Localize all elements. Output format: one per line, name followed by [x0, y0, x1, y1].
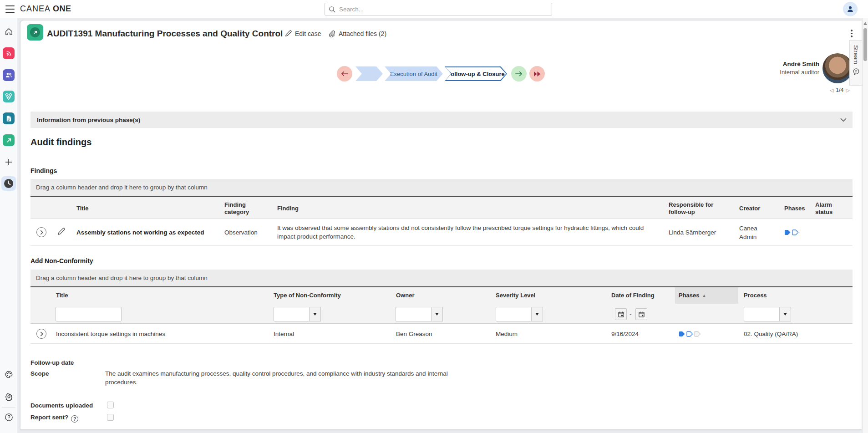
plus-icon — [5, 158, 13, 166]
sidebar-item-home[interactable] — [3, 25, 15, 37]
brand-primary: CANEA — [20, 4, 51, 13]
next-phase-button[interactable] — [511, 66, 527, 82]
phase-chevron-earlier[interactable] — [355, 66, 383, 81]
search-input[interactable] — [339, 6, 548, 13]
severity-filter-dropdown-button[interactable] — [531, 307, 543, 321]
column-header-title[interactable]: Title — [56, 287, 68, 304]
phase-chevron-execution[interactable]: Execution of Audit — [385, 66, 443, 81]
nonconformity-table-row[interactable]: Inconsistent torque settings in machines… — [30, 324, 853, 344]
sidebar-item-feed[interactable] — [3, 47, 15, 59]
column-header-finding-category[interactable]: Finding category — [224, 197, 261, 220]
process-filter-dropdown-button[interactable] — [779, 307, 791, 321]
attached-files-button[interactable]: Attached files (2) — [328, 30, 386, 37]
case-title: AUDIT1391 Manufacturing Processes and Qu… — [47, 29, 283, 39]
nonconformity-grid-label: Add Non-Conformity — [30, 257, 93, 265]
sidebar-item-audit[interactable] — [3, 134, 15, 146]
scope-label: Scope — [30, 370, 49, 377]
finding-category-cell: Observation — [224, 219, 258, 246]
people-icon — [5, 71, 12, 79]
search-icon — [329, 6, 335, 13]
phase-current-icon — [686, 331, 693, 337]
palette-icon — [5, 370, 13, 379]
process-filter-dropdown — [744, 307, 791, 321]
previous-phase-info-expander[interactable]: Information from previous phase(s) — [30, 112, 853, 128]
column-header-phases[interactable]: Phases — [784, 197, 805, 220]
column-header-finding[interactable]: Finding — [277, 197, 299, 220]
column-header-severity[interactable]: Severity Level — [496, 287, 535, 304]
user-menu-button[interactable] — [843, 2, 858, 16]
column-header-phases-sorted[interactable]: Phases ▲ — [679, 287, 706, 304]
type-filter-dropdown — [274, 307, 321, 321]
nc-owner-cell: Ben Greason — [396, 324, 432, 344]
feed-icon — [5, 50, 12, 57]
severity-filter-value[interactable] — [496, 307, 531, 321]
skip-to-end-button[interactable] — [529, 66, 545, 82]
documents-uploaded-label: Documents uploaded — [30, 402, 93, 409]
brand-secondary: ONE — [53, 4, 71, 13]
column-header-alarm-status[interactable]: Alarm status — [815, 197, 840, 220]
column-header-title[interactable]: Title — [76, 197, 89, 220]
column-header-responsible[interactable]: Responsible for follow-up — [669, 197, 726, 220]
sort-asc-icon: ▲ — [702, 292, 706, 299]
dropdown-arrow-icon — [313, 313, 317, 316]
expand-row-icon[interactable] — [36, 329, 46, 339]
case-type-icon — [27, 24, 43, 41]
home-icon — [5, 27, 13, 36]
column-header-creator[interactable]: Creator — [739, 197, 760, 220]
current-phase-label: Follow-up & Closure — [447, 71, 504, 77]
nc-title-cell: Inconsistent torque settings in machines — [56, 324, 165, 344]
phase-chevron-current[interactable]: Follow-up & Closure — [445, 66, 507, 81]
more-options-icon[interactable] — [848, 30, 855, 40]
sidebar-item-settings[interactable] — [3, 391, 15, 402]
date-to-picker-button[interactable] — [635, 308, 647, 320]
findings-table-row[interactable]: Assembly stations not working as expecte… — [30, 219, 853, 246]
edit-case-button[interactable]: Edit case — [284, 30, 321, 37]
sidebar-item-add[interactable] — [3, 156, 15, 168]
type-filter-dropdown-button[interactable] — [309, 307, 321, 321]
report-help-icon[interactable]: ? — [71, 415, 78, 423]
sidebar-item-process[interactable] — [3, 91, 15, 102]
documents-uploaded-checkbox[interactable] — [107, 402, 114, 408]
expand-row-icon[interactable] — [36, 227, 46, 237]
edit-case-label: Edit case — [295, 30, 321, 37]
sidebar — [0, 18, 17, 433]
assignee-avatar — [822, 53, 853, 83]
process-icon — [5, 93, 12, 100]
report-sent-checkbox[interactable] — [107, 414, 114, 421]
column-header-date[interactable]: Date of Finding — [611, 287, 655, 304]
sidebar-item-theme[interactable] — [3, 368, 15, 380]
column-header-owner[interactable]: Owner — [396, 287, 414, 304]
sorted-column-label: Phases — [679, 292, 700, 299]
title-filter-input[interactable] — [56, 307, 122, 321]
owner-filter-dropdown-button[interactable] — [431, 307, 443, 321]
process-filter-value[interactable] — [744, 307, 779, 321]
scrollbar-thumb[interactable] — [863, 28, 867, 61]
sidebar-item-help[interactable] — [3, 411, 15, 423]
page-title: Audit findings — [30, 137, 91, 148]
nc-date-cell: 9/16/2024 — [611, 324, 639, 344]
help-icon — [5, 413, 13, 422]
scope-text: The audit examines manufacturing process… — [105, 369, 469, 387]
hamburger-menu-icon[interactable] — [5, 5, 15, 13]
owner-filter-value[interactable] — [396, 307, 431, 321]
vertical-scrollbar — [862, 18, 868, 433]
sidebar-item-history[interactable] — [1, 176, 16, 191]
creator-cell: Canea Admin — [739, 219, 764, 246]
scrollbar-up-arrow[interactable] — [863, 22, 867, 25]
chat-bubble-icon — [853, 68, 860, 75]
pager-next-icon[interactable]: ▷ — [846, 87, 850, 93]
dropdown-arrow-icon — [535, 313, 539, 316]
date-from-picker-button[interactable] — [615, 308, 627, 320]
sidebar-item-documents[interactable] — [3, 112, 15, 124]
column-header-process[interactable]: Process — [744, 287, 767, 304]
phase-complete-icon — [679, 331, 685, 337]
stream-side-tab[interactable]: Stream — [849, 40, 862, 86]
findings-header-row: Title Finding category Finding Responsib… — [30, 196, 853, 219]
pager-prev-icon[interactable]: ◁ — [830, 87, 833, 93]
previous-phase-button[interactable] — [337, 66, 352, 82]
sidebar-item-people[interactable] — [3, 69, 15, 81]
finding-text-cell: It was observed that some assembly stati… — [277, 224, 658, 241]
edit-row-icon[interactable] — [57, 228, 65, 236]
type-filter-value[interactable] — [274, 307, 309, 321]
column-header-type[interactable]: Type of Non-Conformity — [274, 287, 341, 304]
